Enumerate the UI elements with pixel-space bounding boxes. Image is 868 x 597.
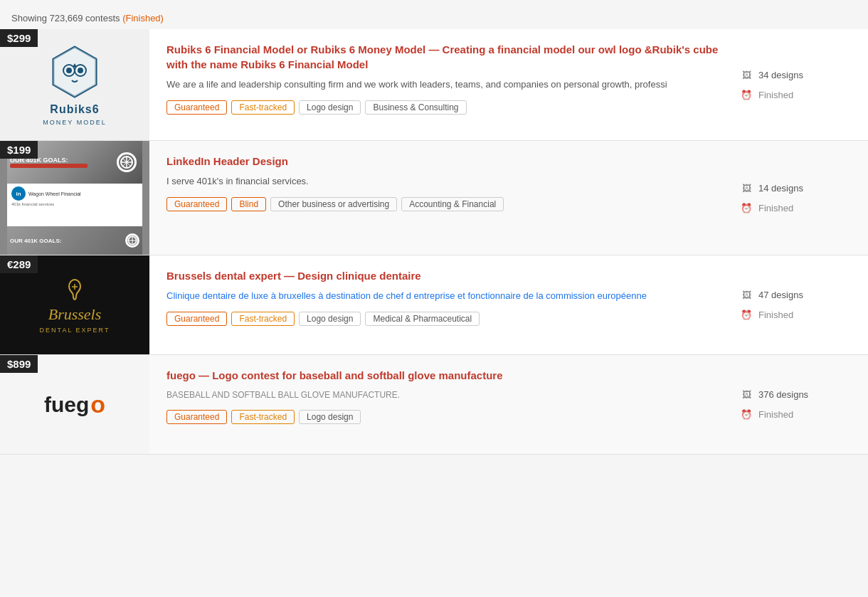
designs-count: 🖼 47 designs — [740, 289, 803, 302]
status-item: ⏰ Finished — [740, 88, 793, 101]
designs-number: 376 designs — [758, 389, 808, 400]
contest-item: $899 fueg o fuego — Logo contest for bas… — [0, 355, 868, 455]
contest-item: $199 OUR 401K GOALS: — [0, 141, 868, 255]
status-item: ⏰ Finished — [740, 408, 793, 421]
contest-meta: 🖼 376 designs ⏰ Finished — [740, 355, 868, 454]
wagon-wheel-icon-2 — [125, 233, 139, 248]
contest-thumbnail: $199 OUR 401K GOALS: — [0, 141, 149, 255]
tag-guaranteed[interactable]: Guaranteed — [166, 410, 227, 424]
wheel-svg-2 — [127, 235, 137, 246]
contest-info: Brussels dental expert — Design clinique… — [149, 255, 740, 354]
svg-point-5 — [78, 68, 83, 73]
tag-logo-design[interactable]: Logo design — [299, 410, 361, 424]
brussels-logo: Brussels DENTAL EXPERT — [40, 277, 110, 334]
price-badge: $199 — [0, 141, 38, 159]
contest-thumbnail: $299 Ru — [0, 29, 149, 140]
header2-text: OUR 401K GOALS: — [10, 238, 61, 244]
showing-bar: Showing 723,669 contests (Finished) — [0, 7, 868, 29]
dental-icon — [62, 277, 88, 302]
status-item: ⏰ Finished — [740, 309, 793, 322]
contest-info: LinkedIn Header Design I serve 401k's in… — [149, 141, 740, 255]
tag-business-consulting[interactable]: Business & Consulting — [365, 100, 466, 115]
contest-title[interactable]: LinkedIn Header Design — [166, 154, 723, 169]
rubiks6-svg — [46, 43, 103, 100]
designs-number: 34 designs — [758, 70, 803, 80]
contest-title[interactable]: fuego — Logo contest for baseball and so… — [166, 368, 723, 383]
tag-fast-tracked[interactable]: Fast-tracked — [231, 100, 295, 115]
tags: Guaranteed Fast-tracked Logo design Busi… — [166, 100, 723, 115]
contest-item: $299 Ru — [0, 29, 868, 141]
status-label: Finished — [758, 409, 793, 420]
fuego-logo: fueg o — [44, 391, 105, 418]
designs-count: 🖼 34 designs — [740, 68, 803, 81]
rubiks6-name: Rubiks6 — [50, 103, 99, 116]
tags: Guaranteed Blind Other business or adver… — [166, 197, 723, 211]
svg-point-4 — [66, 68, 72, 73]
tag-accounting-financial[interactable]: Accounting & Financial — [401, 197, 504, 211]
linkedin-header-2: OUR 401K GOALS: — [7, 226, 142, 255]
profile-text: Wagon Wheel Financial — [28, 191, 81, 196]
designs-icon: 🖼 — [740, 389, 753, 401]
status-item: ⏰ Finished — [740, 201, 793, 214]
status-label: Finished — [758, 90, 793, 100]
brussels-sub: DENTAL EXPERT — [40, 327, 110, 334]
designs-number: 47 designs — [758, 290, 803, 300]
designs-icon: 🖼 — [740, 68, 753, 81]
clock-icon: ⏰ — [740, 201, 753, 214]
contest-desc: We are a life and leadership consulting … — [166, 78, 723, 92]
contest-list: $299 Ru — [0, 29, 868, 455]
red-bar — [10, 164, 88, 168]
brussels-text: Brussels — [48, 305, 102, 324]
rubiks6-sub: MONEY MODEL — [43, 119, 106, 126]
clock-icon: ⏰ — [740, 408, 753, 421]
wheel-svg — [120, 155, 134, 169]
designs-icon: 🖼 — [740, 289, 753, 302]
clock-icon: ⏰ — [740, 309, 753, 322]
tags: Guaranteed Fast-tracked Logo design Medi… — [166, 312, 723, 326]
contest-meta: 🖼 14 designs ⏰ Finished — [740, 141, 868, 255]
tag-medical[interactable]: Medical & Pharmaceutical — [365, 312, 480, 326]
tag-fast-tracked[interactable]: Fast-tracked — [231, 410, 295, 424]
contest-title[interactable]: Brussels dental expert — Design clinique… — [166, 268, 723, 283]
status-label: Finished — [758, 203, 793, 213]
contest-desc: Clinique dentaire de luxe à bruxelles à … — [166, 289, 723, 303]
designs-count: 🖼 376 designs — [740, 389, 808, 401]
contest-info: fuego — Logo contest for baseball and so… — [149, 355, 740, 454]
designs-number: 14 designs — [758, 183, 803, 194]
price-badge: €289 — [0, 255, 38, 273]
tag-logo-design[interactable]: Logo design — [299, 312, 361, 326]
page-wrapper: Showing 723,669 contests (Finished) $299 — [0, 0, 868, 462]
clock-icon: ⏰ — [740, 88, 753, 101]
tag-guaranteed[interactable]: Guaranteed — [166, 100, 227, 115]
contest-desc: I serve 401k's in financial services. — [166, 174, 723, 189]
showing-text: Showing 723,669 contests — [11, 13, 120, 23]
contest-meta: 🖼 34 designs ⏰ Finished — [740, 29, 868, 140]
fuego-dot: o — [90, 391, 105, 418]
status-label: Finished — [758, 310, 793, 320]
rubiks6-logo: Rubiks6 MONEY MODEL — [43, 43, 106, 126]
tag-fast-tracked[interactable]: Fast-tracked — [231, 312, 295, 326]
tag-guaranteed[interactable]: Guaranteed — [166, 312, 227, 326]
contest-item: €289 Brussels DENTAL EXPERT Brussels den… — [0, 255, 868, 355]
linkedin-avatar: in — [11, 186, 26, 201]
linkedin-profile-row: in Wagon Wheel Financial — [11, 186, 138, 201]
tag-blind[interactable]: Blind — [231, 197, 266, 211]
contest-thumbnail: €289 Brussels DENTAL EXPERT — [0, 255, 149, 354]
tags: Guaranteed Fast-tracked Logo design — [166, 410, 723, 424]
contest-desc: BASEBALL AND SOFTBALL Ball GLOVE MANUFAC… — [166, 389, 723, 401]
price-badge: $299 — [0, 29, 38, 47]
contest-thumbnail: $899 fueg o — [0, 355, 149, 454]
tag-guaranteed[interactable]: Guaranteed — [166, 197, 227, 211]
contest-meta: 🖼 47 designs ⏰ Finished — [740, 255, 868, 354]
contest-title[interactable]: Rubiks 6 Financial Model or Rubiks 6 Mon… — [166, 42, 723, 72]
fuego-text: fueg — [44, 393, 89, 417]
designs-icon: 🖼 — [740, 181, 753, 194]
price-badge: $899 — [0, 355, 38, 373]
tag-other-business[interactable]: Other business or advertising — [270, 197, 397, 211]
tag-logo-design[interactable]: Logo design — [299, 100, 361, 115]
wagon-wheel-icon — [117, 152, 137, 172]
contest-info: Rubiks 6 Financial Model or Rubiks 6 Mon… — [149, 29, 740, 140]
linkedin-profile: in Wagon Wheel Financial 401k financial … — [7, 184, 142, 226]
designs-count: 🖼 14 designs — [740, 181, 803, 194]
profile-desc: 401k financial services — [11, 202, 138, 206]
